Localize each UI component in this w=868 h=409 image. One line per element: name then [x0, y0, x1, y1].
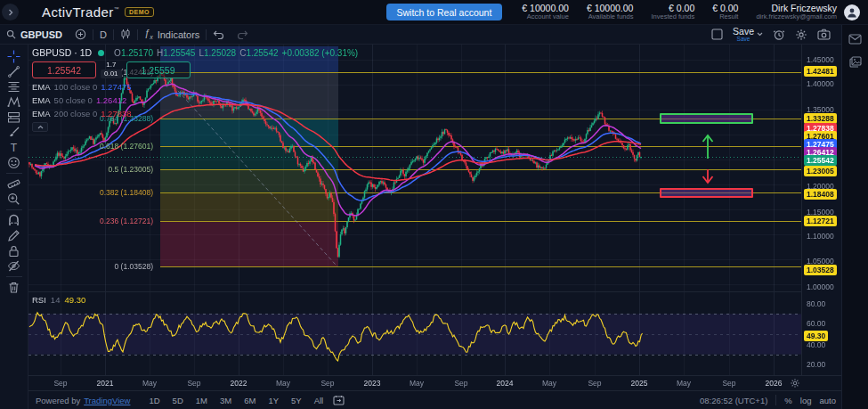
user-menu[interactable]: Dirk Friczewsky dirk.friczewsky@gmail.co…	[756, 3, 837, 21]
support-zone-box[interactable]	[660, 188, 753, 198]
powered-by-text: Powered by	[36, 396, 80, 405]
candlestick-icon	[120, 29, 131, 40]
ema-name: EMA	[32, 109, 51, 119]
camera-screenshot-icon[interactable]	[817, 29, 831, 40]
chart-type-button[interactable]	[114, 25, 137, 44]
fx-icon: ƒx	[144, 28, 153, 40]
range-button-all[interactable]: All	[308, 394, 330, 407]
range-button-6m[interactable]: 6M	[238, 394, 262, 407]
ohlc-key: O	[114, 48, 121, 58]
tool-zoom-in[interactable]	[3, 192, 26, 207]
redo-icon	[237, 30, 248, 39]
time-axis-tick: 2025	[621, 379, 657, 388]
tool-fib-retracement[interactable]	[3, 79, 26, 94]
ema-legend-row[interactable]: EMA200 close 01.27838	[32, 108, 358, 119]
legend-symbol-title: GBPUSD · 1D	[32, 47, 92, 58]
settings-gear-icon[interactable]	[795, 29, 807, 41]
time-axis-tick: Sep	[443, 379, 479, 388]
redo-button[interactable]	[231, 25, 255, 44]
layout-select-icon[interactable]	[711, 29, 723, 40]
xabcd-pattern-icon	[7, 95, 20, 109]
ema-params: 100 close 0	[54, 82, 98, 92]
rsi-legend-row[interactable]: RSI 14 49.30	[32, 295, 85, 305]
range-button-1d[interactable]: 1D	[142, 394, 166, 407]
images-icon	[849, 56, 862, 68]
log-scale-button[interactable]: log	[800, 396, 812, 405]
pane-separator[interactable]	[28, 291, 801, 292]
svg-text:T: T	[11, 142, 18, 154]
ema-legend-row[interactable]: EMA100 close 01.27475	[32, 81, 358, 92]
tool-edit-drawing[interactable]	[3, 228, 26, 243]
percent-scale-button[interactable]: %	[784, 396, 791, 405]
compare-add-symbol-button[interactable]	[69, 25, 93, 44]
rsi-value: 49.30	[64, 295, 85, 305]
symbol-legend-row[interactable]: GBPUSD · 1D O1.25170H1.25545L1.25028C1.2…	[32, 47, 358, 58]
activtrader-logo: ActivTrader™ DEMO	[42, 4, 154, 20]
range-button-1y[interactable]: 1Y	[262, 394, 285, 407]
interval-button[interactable]: D	[93, 25, 113, 44]
tool-trend-line[interactable]	[3, 64, 26, 79]
account-stat: € 10000.00Account value	[522, 4, 569, 21]
range-button-3m[interactable]: 3M	[214, 394, 238, 407]
long-short-position-icon	[7, 110, 20, 124]
sell-bid-button[interactable]: 1.25542	[32, 61, 96, 78]
tool-xabcd-pattern[interactable]	[3, 94, 26, 110]
ema-legend-row[interactable]: EMA50 close 01.26412	[32, 94, 358, 105]
range-button-1m[interactable]: 1M	[190, 394, 214, 407]
ohlc-values: O1.25170H1.25545L1.25028C1.25542	[110, 48, 278, 58]
undo-button[interactable]	[207, 25, 231, 44]
time-axis-tick: Sep	[577, 379, 612, 388]
spread-value: 1.7	[106, 61, 116, 69]
ruler-icon	[7, 177, 20, 191]
crosshair-icon	[7, 50, 20, 63]
tool-hide-all-drawings[interactable]	[3, 258, 26, 274]
tool-long-short-position[interactable]	[3, 110, 26, 125]
tool-ruler[interactable]	[3, 176, 26, 192]
tradingview-link[interactable]: TradingView	[84, 396, 130, 405]
powered-by: Powered by TradingView	[36, 396, 130, 405]
indicators-button[interactable]: ƒx Indicators	[138, 25, 206, 44]
go-to-date-button[interactable]	[329, 395, 348, 405]
ema-name: EMA	[32, 95, 51, 105]
save-layout-button[interactable]: Save Save	[733, 27, 763, 43]
snapshots-button[interactable]	[848, 54, 864, 70]
person-icon	[846, 6, 858, 19]
expand-sidebar-button[interactable]	[2, 4, 19, 20]
zoom-in-icon	[7, 192, 20, 206]
tool-lock-all-drawings[interactable]	[3, 243, 26, 258]
chart-bottom-bar: Powered by TradingView 1D5D1M3M6M1Y5YAll…	[28, 390, 841, 409]
resistance-zone-box[interactable]	[660, 113, 753, 124]
chart-legend: GBPUSD · 1D O1.25170H1.25545L1.25028C1.2…	[32, 47, 358, 133]
time-axis[interactable]: Sep2021MaySep2022MaySep2023MaySep2024May…	[28, 375, 841, 390]
messages-button[interactable]	[847, 32, 864, 46]
range-button-5y[interactable]: 5Y	[285, 394, 308, 407]
stat-label: Available funds	[587, 13, 634, 20]
auto-scale-button[interactable]: auto	[820, 396, 837, 405]
alert-clock-icon[interactable]	[773, 29, 785, 41]
symbol-search[interactable]: GBPUSD	[0, 25, 69, 44]
account-stats: € 10000.00Account value€ 10000.00Availab…	[522, 4, 738, 21]
tool-crosshair[interactable]	[3, 49, 26, 64]
account-stat: € 0.00Result	[712, 4, 738, 21]
buy-ask-button[interactable]: 1.25559	[126, 61, 191, 78]
trend-line-icon	[7, 65, 20, 78]
tool-emoji[interactable]	[3, 155, 26, 170]
scale-settings-gear-icon[interactable]	[790, 378, 800, 389]
ema-params: 200 close 0	[54, 109, 98, 119]
tool-text[interactable]: T	[3, 140, 26, 155]
range-button-5d[interactable]: 5D	[166, 394, 190, 407]
tool-remove-all-drawings[interactable]	[3, 280, 26, 295]
symbol-label: GBPUSD	[20, 29, 62, 40]
time-axis-tick: May	[265, 379, 301, 388]
switch-to-real-account-button[interactable]: Switch to Real account	[386, 4, 503, 20]
toolbar-divider	[6, 209, 22, 210]
avatar[interactable]	[844, 4, 860, 20]
tool-brush[interactable]	[3, 125, 26, 140]
spread-indicator: 1.7 0.01	[101, 61, 122, 78]
clock-label: 08:26:52 (UTC+1)	[700, 396, 767, 405]
price-scale[interactable]: 1.450001.400001.350001.200001.150001.100…	[801, 45, 841, 375]
collapse-legend-button[interactable]	[32, 122, 48, 132]
tool-magnet[interactable]	[3, 213, 26, 228]
time-axis-tick: May	[132, 379, 167, 388]
time-axis-tick: May	[399, 379, 434, 388]
